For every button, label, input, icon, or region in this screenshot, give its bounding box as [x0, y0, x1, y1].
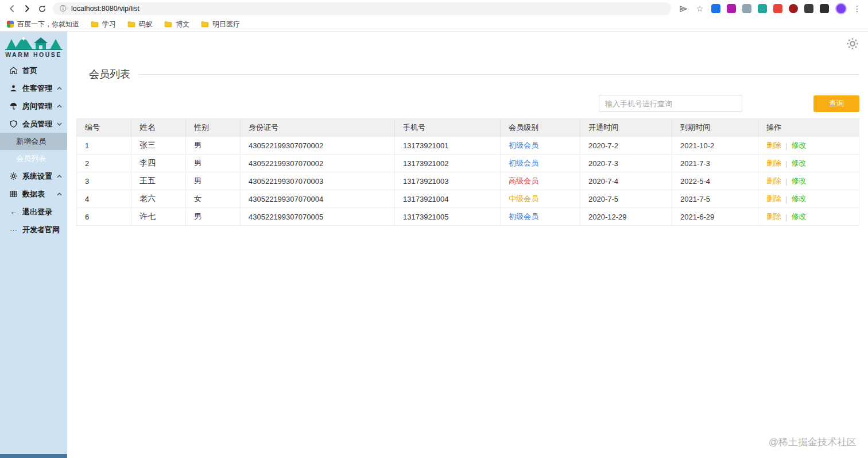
- sidebar-item-label: 住客管理: [22, 83, 52, 94]
- bookmark-mingri[interactable]: 明日医疗: [201, 20, 240, 29]
- delete-link[interactable]: 删除: [766, 158, 781, 168]
- extension-icon-3[interactable]: [742, 4, 751, 13]
- bookmark-label: 码蚁: [139, 20, 153, 29]
- cell-level: 初级会员: [501, 137, 580, 154]
- bookmark-baidu[interactable]: 百度一下，你就知道: [7, 20, 79, 29]
- settings-gear-icon[interactable]: [847, 38, 858, 49]
- sidebar-item-vip-mgmt[interactable]: 会员管理: [0, 115, 67, 133]
- col-header-end: 到期时间: [672, 119, 758, 136]
- edit-link[interactable]: 修改: [791, 140, 806, 151]
- ellipsis-icon: ···: [9, 226, 18, 233]
- cell-phone: 13173921002: [395, 155, 501, 172]
- back-button[interactable]: [5, 1, 20, 16]
- cell-id: 4: [77, 190, 131, 207]
- cell-idcard: 430522199307070002: [241, 137, 395, 154]
- sidebar-item-room-mgmt[interactable]: 房间管理: [0, 97, 67, 115]
- share-icon[interactable]: [678, 3, 688, 14]
- main-content: 会员列表 查询 编号 姓名 性别 身份证号 手机号 会员级别 开通时间 到期时间…: [67, 32, 868, 458]
- cell-start-date: 2020-7-3: [580, 155, 672, 172]
- baidu-favicon: [7, 21, 14, 28]
- cell-actions: 删除 | 修改: [758, 155, 859, 172]
- extension-icon-2[interactable]: [727, 4, 736, 13]
- delete-link[interactable]: 删除: [766, 211, 781, 222]
- sidebar-item-label: 数据表: [22, 189, 45, 199]
- table-row: 3 王五 男 430522199307070003 13173921003 高级…: [77, 172, 859, 190]
- chevron-up-icon: [57, 87, 62, 90]
- query-button[interactable]: 查询: [813, 95, 859, 112]
- action-separator: |: [785, 141, 787, 150]
- cell-gender: 男: [186, 137, 241, 154]
- profile-avatar[interactable]: [835, 3, 847, 14]
- sidebar-item-logout[interactable]: ← 退出登录: [0, 203, 67, 221]
- delete-link[interactable]: 删除: [766, 176, 781, 186]
- edit-link[interactable]: 修改: [791, 194, 806, 204]
- bookmark-xuexi[interactable]: 学习: [91, 20, 116, 29]
- cell-gender: 男: [186, 155, 241, 172]
- extension-icon-6[interactable]: [789, 4, 798, 13]
- edit-link[interactable]: 修改: [791, 158, 806, 168]
- cell-idcard: 430522199307070004: [241, 190, 395, 207]
- cell-end-date: 2021-6-29: [672, 208, 758, 225]
- col-header-level: 会员级别: [501, 119, 580, 136]
- forward-button[interactable]: [20, 1, 34, 16]
- phone-search-input[interactable]: [599, 95, 742, 112]
- juejin-watermark: @稀土掘金技术社区: [769, 436, 857, 449]
- cell-level: 初级会员: [501, 208, 580, 225]
- sidebar-item-settings[interactable]: 系统设置: [0, 167, 67, 185]
- table-row: 1 张三 男 430522199307070002 13173921001 初级…: [77, 136, 859, 154]
- page-title: 会员列表: [89, 67, 130, 81]
- cell-phone: 13173921004: [395, 190, 501, 207]
- sidebar-subitem-vip-list[interactable]: 会员列表: [0, 150, 67, 167]
- sidebar-subitem-vip-add[interactable]: 新增会员: [0, 133, 67, 150]
- edit-link[interactable]: 修改: [791, 176, 806, 186]
- extension-icon-5[interactable]: [773, 4, 782, 13]
- sidebar-item-data-tables[interactable]: 数据表: [0, 185, 67, 203]
- bookmark-label: 学习: [102, 20, 116, 29]
- bookmark-label: 百度一下，你就知道: [17, 20, 79, 29]
- sidebar: WARM HOUSE 首页 住客管理: [0, 32, 67, 458]
- sidebar-item-dev-site[interactable]: ··· 开发者官网: [0, 221, 67, 238]
- chevron-down-icon: [57, 122, 62, 126]
- bookmark-bowen[interactable]: 博文: [164, 20, 189, 29]
- action-separator: |: [785, 177, 787, 186]
- title-divider: [138, 74, 859, 75]
- delete-link[interactable]: 删除: [766, 140, 781, 151]
- refresh-button[interactable]: [34, 1, 49, 16]
- sidebar-item-label: 开发者官网: [22, 225, 60, 235]
- cell-actions: 删除 | 修改: [758, 172, 859, 190]
- bookmark-mayi[interactable]: 码蚁: [127, 20, 153, 29]
- chevron-up-icon: [57, 105, 62, 108]
- edit-link[interactable]: 修改: [791, 211, 806, 222]
- col-header-phone: 手机号: [395, 119, 501, 136]
- cell-name: 张三: [131, 137, 186, 154]
- action-separator: |: [785, 213, 787, 221]
- cell-end-date: 2021-7-3: [672, 155, 758, 172]
- browser-menu-icon[interactable]: ⋮: [853, 4, 861, 13]
- home-icon: [9, 67, 18, 74]
- sidebar-item-home[interactable]: 首页: [0, 61, 67, 79]
- cell-start-date: 2020-7-4: [580, 172, 672, 190]
- sidebar-item-guest-mgmt[interactable]: 住客管理: [0, 79, 67, 97]
- site-info-icon[interactable]: ⓘ: [60, 5, 67, 12]
- extension-icon-4[interactable]: [758, 4, 767, 13]
- delete-link[interactable]: 删除: [766, 194, 781, 204]
- bookmark-star-icon[interactable]: ☆: [695, 3, 705, 14]
- cell-start-date: 2020-7-2: [580, 137, 672, 154]
- table-header-row: 编号 姓名 性别 身份证号 手机号 会员级别 开通时间 到期时间 操作: [77, 119, 859, 136]
- cell-phone: 13173921001: [395, 137, 501, 154]
- address-bar[interactable]: ⓘ localhost:8080/vip/list: [53, 2, 671, 15]
- cell-idcard: 430522199307070002: [241, 155, 395, 172]
- sidebar-toggle-icon[interactable]: [820, 4, 829, 13]
- extension-icon-1[interactable]: [711, 4, 720, 13]
- sidebar-scrollbar[interactable]: [0, 454, 67, 458]
- col-header-start: 开通时间: [580, 119, 672, 136]
- sidebar-subitem-label: 会员列表: [16, 153, 46, 164]
- url-text[interactable]: localhost:8080/vip/list: [71, 5, 140, 13]
- logo-text: WARM HOUSE: [0, 51, 67, 58]
- sidebar-item-label: 退出登录: [22, 207, 52, 217]
- extensions-puzzle-icon[interactable]: [804, 4, 813, 13]
- member-table: 编号 姓名 性别 身份证号 手机号 会员级别 开通时间 到期时间 操作 1 张三…: [76, 118, 859, 226]
- sidebar-item-label: 房间管理: [22, 101, 52, 111]
- table-icon: [9, 190, 18, 198]
- cell-actions: 删除 | 修改: [758, 137, 859, 154]
